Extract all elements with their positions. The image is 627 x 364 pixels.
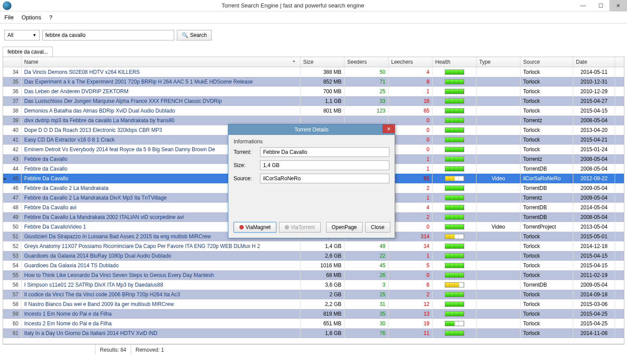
dialog-close-button[interactable]: ✕ [382, 124, 395, 133]
health-bar [445, 253, 464, 258]
torrent-details-dialog: Torrent Details ✕ Informations Torrent: … [228, 124, 395, 238]
search-icon: 🔍 [182, 32, 188, 38]
torrent-icon [285, 225, 289, 229]
table-row[interactable]: 55How to Think Like Leonardo Da Vinci Se… [3, 270, 624, 280]
search-input[interactable] [42, 30, 174, 40]
category-value: All [7, 32, 13, 38]
chevron-down-icon: ▼ [33, 33, 37, 37]
search-button[interactable]: 🔍 Search [177, 30, 212, 40]
source-label: Source: [234, 175, 260, 182]
status-results: Results: 84 [95, 345, 131, 355]
minimize-button[interactable]: — [574, 0, 592, 11]
health-bar [445, 224, 464, 229]
status-blank [3, 345, 95, 355]
tab-results[interactable]: febbre da caval... [3, 47, 53, 57]
col-seeders[interactable]: Seeders [345, 57, 389, 67]
col-size[interactable]: Size [301, 57, 345, 67]
health-bar [445, 79, 464, 84]
table-row[interactable]: 58Il Nastro Bianco Das wei e Band 2009 i… [3, 299, 624, 309]
dialog-close-btn[interactable]: Close [365, 222, 390, 233]
size-field[interactable]: 1,4 GB [260, 160, 389, 170]
open-page-button[interactable]: OpenPage [326, 222, 363, 233]
health-bar [445, 157, 464, 162]
health-bar [445, 195, 464, 200]
col-name[interactable]: Name [22, 57, 301, 67]
table-row[interactable]: 35Das Experiment a k a The Experiment 20… [3, 77, 624, 87]
table-row[interactable]: 34Da Vincis Demons S02E08 HDTV x264 KILL… [3, 67, 624, 77]
health-bar [445, 98, 464, 104]
col-health[interactable]: Health [433, 57, 477, 67]
source-field[interactable]: ilCorSaRoNeRo [260, 174, 389, 183]
search-button-label: Search [190, 32, 207, 38]
health-bar [445, 205, 464, 210]
dialog-group-label: Informations [234, 138, 389, 145]
table-row[interactable]: 56I Simpson s11e01 22 SATRip DivX ITA Mp… [3, 280, 624, 290]
health-bar [445, 108, 464, 113]
table-row[interactable]: 52Greys Anatomy 11X07 Possiamo Ricominci… [3, 241, 624, 251]
via-torrent-button: ViaTorrent [279, 222, 320, 233]
health-bar [445, 273, 464, 278]
status-bar: Results: 84 Removed: 1 [3, 344, 624, 355]
health-bar [445, 89, 464, 94]
health-bar [445, 282, 464, 288]
health-bar [445, 127, 464, 133]
health-bar [445, 166, 464, 171]
table-row[interactable]: 53Guardioes da Galaxia 2014 BluRay 1080p… [3, 251, 624, 261]
col-type[interactable]: Type [477, 57, 521, 67]
health-bar [445, 215, 464, 220]
health-bar [445, 311, 464, 317]
app-icon [3, 1, 11, 10]
health-bar [445, 321, 464, 326]
torrent-label: Torrent: [234, 149, 260, 155]
table-row[interactable]: 38Demonios A Batalha das Almas BDRip Xvi… [3, 106, 624, 116]
col-date[interactable]: Date [573, 57, 615, 67]
col-source[interactable]: Source [521, 57, 573, 67]
category-combo[interactable]: All ▼ [4, 30, 40, 40]
tab-strip: febbre da caval... [0, 47, 627, 57]
health-bar [445, 263, 464, 268]
status-removed: Removed: 1 [131, 345, 169, 355]
menu-help[interactable]: ? [49, 14, 52, 21]
health-bar [445, 147, 464, 152]
col-index[interactable] [3, 57, 22, 67]
dialog-title: Torrent Details [294, 127, 328, 133]
table-row[interactable]: 60Incesto 2 Em Nome do Pai e da Filha651… [3, 319, 624, 328]
grid-header: Name Size Seeders Leechers Health Type S… [3, 57, 624, 67]
menu-options[interactable]: Options [22, 14, 41, 21]
health-bar [445, 186, 464, 191]
health-bar [445, 69, 464, 75]
maximize-button[interactable]: ☐ [592, 0, 609, 11]
window-title: Torrent Search Engine | fast and powerfu… [11, 2, 574, 9]
table-row[interactable]: 57Il codice da Vinci The da Vinci code 2… [3, 290, 624, 299]
search-bar: All ▼ 🔍 Search [0, 24, 627, 47]
table-row[interactable]: 59Incesto 1 Em Nome do Pai e da Filha819… [3, 309, 624, 319]
table-row[interactable]: 61Italy In a Day Un Giorno Da Italiani 2… [3, 328, 624, 338]
titlebar: Torrent Search Engine | fast and powerfu… [0, 0, 627, 11]
menu-file[interactable]: File [4, 14, 14, 21]
table-row[interactable]: 54Guardioes Da Galaxia 2014 TS Dublado10… [3, 261, 624, 270]
torrent-field[interactable]: Febbre Da Cavallo [260, 147, 389, 157]
close-button[interactable]: ✕ [609, 0, 627, 11]
health-bar [445, 118, 464, 123]
via-magnet-button[interactable]: ViaMagnet [234, 222, 276, 233]
size-label: Size: [234, 162, 260, 168]
menubar: File Options ? [0, 11, 627, 24]
table-row[interactable]: 36Das Leben der Anderen DVDRIP ZEKTORM70… [3, 87, 624, 96]
health-bar [445, 234, 464, 239]
health-bar [445, 244, 464, 249]
dialog-titlebar[interactable]: Torrent Details ✕ [228, 124, 395, 135]
health-bar [445, 292, 464, 297]
health-bar [445, 331, 464, 336]
health-bar [445, 302, 464, 307]
magnet-icon [239, 225, 244, 229]
health-bar [445, 176, 464, 181]
table-row[interactable]: 37Das Lustschloss Der Jungen Marquise Al… [3, 96, 624, 106]
col-leechers[interactable]: Leechers [389, 57, 433, 67]
health-bar [445, 137, 464, 142]
